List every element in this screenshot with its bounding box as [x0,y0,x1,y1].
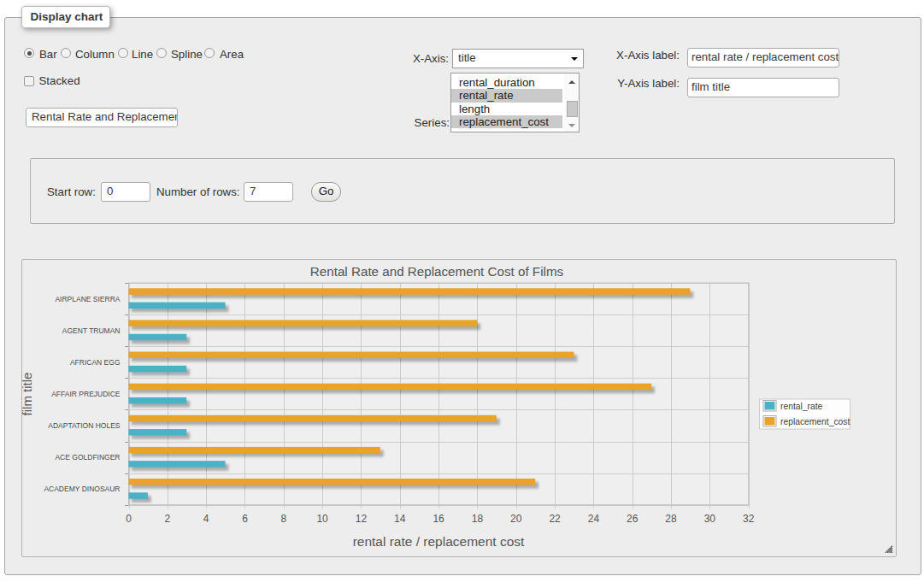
svg-text:12: 12 [356,513,368,525]
svg-text:26: 26 [627,513,639,525]
svg-text:30: 30 [704,513,716,525]
svg-text:18: 18 [472,513,484,525]
svg-text:14: 14 [394,513,406,525]
svg-text:film title: film title [22,373,34,416]
svg-text:ACE GOLDFINGER: ACE GOLDFINGER [55,453,120,461]
svg-text:Rental Rate and Replacement Co: Rental Rate and Replacement Cost of Film… [310,264,564,279]
svg-text:28: 28 [665,513,677,525]
svg-text:32: 32 [743,513,755,525]
svg-text:22: 22 [549,513,561,525]
svg-text:20: 20 [510,513,522,525]
svg-text:0: 0 [126,513,132,525]
svg-text:8: 8 [280,513,286,525]
svg-text:AGENT TRUMAN: AGENT TRUMAN [62,326,121,335]
svg-text:rental rate / replacement cost: rental rate / replacement cost [353,534,525,549]
svg-text:AFFAIR PREJUDICE: AFFAIR PREJUDICE [51,390,121,398]
svg-text:replacement_cost: replacement_cost [780,417,850,426]
svg-text:16: 16 [433,513,444,525]
svg-text:AIRPLANE SIERRA: AIRPLANE SIERRA [55,295,120,303]
svg-text:AFRICAN EGG: AFRICAN EGG [70,358,121,367]
svg-text:24: 24 [588,513,600,525]
svg-text:10: 10 [316,513,328,525]
svg-text:ACADEMY DINOSAUR: ACADEMY DINOSAUR [44,485,120,493]
svg-text:6: 6 [242,513,248,525]
svg-text:2: 2 [164,513,170,525]
svg-text:ADAPTATION HOLES: ADAPTATION HOLES [48,421,121,430]
svg-text:4: 4 [203,513,209,525]
svg-text:rental_rate: rental_rate [780,402,823,411]
